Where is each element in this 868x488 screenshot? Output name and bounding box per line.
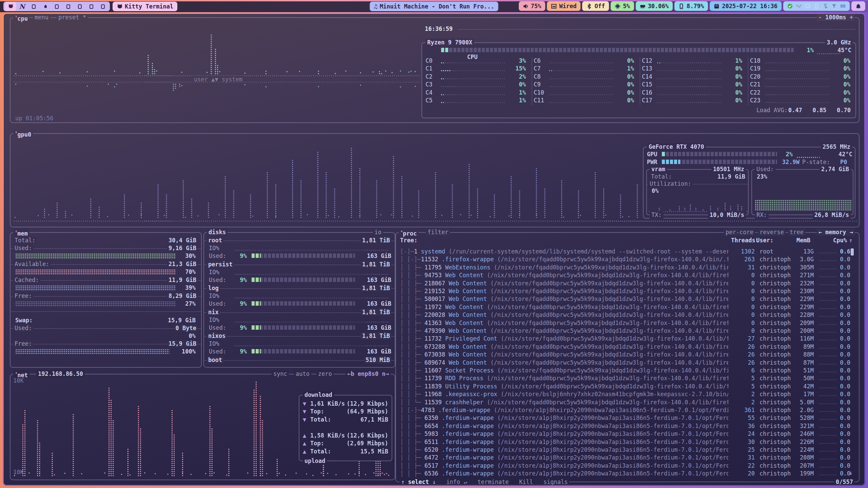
process-row[interactable]: │ │ ├─ 6511 .ferdium-wrappe (/nix/store/… [399, 438, 856, 446]
reverse-button[interactable]: reverse [758, 228, 786, 236]
process-row[interactable]: │ [-]─11532 .firefox-wrappe (/nix/store/… [399, 256, 856, 263]
disk-name: boot [207, 357, 223, 363]
io-mode-button[interactable]: io [373, 228, 383, 236]
net-zero-button[interactable]: zero [316, 370, 334, 378]
process-row[interactable]: │ │ ├─ 11739 RDD Process (/nix/store/fqa… [399, 374, 856, 382]
workspace-button-8[interactable] [85, 2, 97, 11]
process-row[interactable]: │ │ ├─ 5983 .ferdium-wrappe (/nix/store/… [399, 430, 856, 438]
workspace-button-2[interactable]: N [16, 2, 28, 11]
tray-phone-icon[interactable] [814, 3, 819, 9]
process-row[interactable]: │ │ ├─ 41363 Web Content (/nix/store/fqa… [399, 319, 856, 327]
core-meter [766, 78, 830, 79]
process-command: (/nix/store/fqadd0bprwc5yw5k99xajbdqd1dz… [487, 272, 728, 279]
menu-button[interactable]: menu [33, 14, 50, 21]
tree-button[interactable]: tree [788, 228, 805, 236]
device-module[interactable]: 8.79% [674, 1, 708, 11]
process-row[interactable]: │ │ ├─ 673288 Web Content (/nix/store/fq… [399, 343, 856, 351]
process-row[interactable]: │ │ ├─ 673038 Web Content (/nix/store/fq… [399, 351, 856, 359]
tray-wave-icon[interactable] [796, 3, 802, 9]
process-command: (/nix/store/fqadd0bprwc5yw5k99xajbdqd1dz… [487, 375, 728, 382]
process-command: (/nix/store/fqadd0bprwc5yw5k99xajbdqd1dz… [494, 264, 728, 271]
process-row[interactable]: │ │ ├─ 11607 Socket Process (/nix/store/… [399, 367, 856, 374]
music-widget[interactable]: ♫ Minuit Machine - Don't Run Fro... [370, 2, 498, 11]
process-row[interactable]: │ │ ├─ 94753 Web Content (/nix/store/fqa… [399, 271, 856, 279]
workspace-button-5[interactable] [51, 2, 62, 11]
update-interval-control[interactable]: - 1000ms + [817, 14, 855, 21]
tree-prefix: │ │ ├─ [400, 423, 425, 429]
tray-key-icon[interactable] [823, 3, 828, 9]
rate-value: 67,1 MiB [360, 416, 388, 423]
network-module[interactable]: Wired [547, 1, 580, 11]
kitty-terminal-tab[interactable]: Kitty Terminal [113, 2, 177, 11]
volume-module[interactable]: 75% [519, 1, 546, 11]
tray-funnel-icon[interactable] [831, 3, 837, 9]
process-cpu: 0.0 [827, 287, 850, 295]
core-meter [657, 78, 722, 79]
workspace-button-1[interactable] [5, 2, 16, 11]
rate-arrow-icon: ▲ [303, 440, 306, 447]
process-row[interactable]: │ │ ├─ 6472 .ferdium-wrappe (/nix/store/… [399, 454, 856, 462]
process-row[interactable]: │ │ ├─ 6654 .ferdium-wrappe (/nix/store/… [399, 422, 856, 430]
filter-button[interactable]: filter [426, 228, 450, 236]
workspace-button-3[interactable] [28, 2, 39, 11]
process-row[interactable]: │ │ ├─ 580017 Web Content (/nix/store/fq… [399, 295, 856, 303]
process-row[interactable]: │ │ ├─ 219152 Web Content (/nix/store/fq… [399, 287, 856, 295]
process-row[interactable]: │ │ ├─ 6517 .ferdium-wrappe (/nix/store/… [399, 462, 856, 470]
col-memb[interactable]: MemB [787, 237, 810, 244]
process-row[interactable]: │ [-]─4783 .ferdium-wrappe (/nix/store/a… [399, 406, 856, 414]
kill-button[interactable]: Kill [519, 479, 533, 485]
signals-button[interactable]: signals [544, 479, 568, 485]
process-row[interactable]: │ │ ├─ 6520 .ferdium-wrappe (/nix/store/… [399, 446, 856, 454]
process-row[interactable]: │ │ ├─ 11972 Web Content (/nix/store/fqa… [399, 303, 856, 311]
mem-row-value: 21,3 GiB [167, 261, 198, 267]
net-interface-selector[interactable]: ←b enp8s0 n→ [346, 370, 391, 378]
mem-row-label: Free: [13, 292, 33, 299]
process-name: .firefox-wrappe [442, 256, 497, 263]
per-core-button[interactable]: per-core [724, 228, 755, 236]
process-row[interactable]: │ │ ├─ 479390 Web Content (/nix/store/fq… [399, 327, 856, 335]
col-user[interactable]: User: [756, 237, 773, 244]
core-label: C15 [642, 81, 652, 88]
tray-keyboard-icon[interactable] [840, 3, 846, 9]
process-row[interactable]: │ │ ├─ 11968 .keepassxc-prox (/nix/store… [399, 390, 856, 398]
tray-check-icon[interactable] [787, 3, 793, 9]
tray-display-icon[interactable] [805, 3, 810, 9]
process-row[interactable]: │ │ ├─ 11795 WebExtensions (/nix/store/f… [399, 264, 856, 271]
process-cpu: 0.0 [827, 390, 850, 398]
process-cpu: 0.0 [827, 343, 850, 351]
clock-module[interactable]: 2025-07-22 16:36 [710, 1, 782, 11]
process-row[interactable]: │ │ ├─ 11732 Privileged Cont (/nix/store… [399, 335, 856, 343]
sort-column-selector[interactable]: ← memory → [817, 228, 855, 236]
preset-button[interactable]: preset * [57, 14, 88, 21]
memory-module[interactable]: 30.06% [636, 1, 673, 11]
vram-util: 0% [652, 187, 658, 194]
process-row[interactable]: │ │ └─ 11539 crashhelper (/nix/store/fqa… [399, 399, 856, 406]
cat-icon [117, 4, 122, 9]
col-threads[interactable]: Threads: [731, 237, 751, 244]
notifications-bell[interactable] [851, 1, 865, 11]
bluetooth-module[interactable]: Off [582, 1, 609, 11]
workspace-button-4[interactable] [39, 2, 51, 11]
workspace-button-6[interactable] [62, 2, 74, 11]
scrollbar-thumb[interactable] [851, 248, 854, 256]
workspace-button-9[interactable] [97, 2, 108, 11]
disks-panel: disks io root1,81 TiBIO%Used:9%163 GiBpe… [203, 232, 395, 368]
process-row[interactable]: │ │ ├─ 6536 .ferdium-wrappe (/nix/store/… [399, 470, 856, 477]
process-row[interactable]: │ │ ├─ 220028 Web Content (/nix/store/fq… [399, 311, 856, 319]
process-threads: 6 [731, 367, 755, 374]
rate-label: Top: [310, 408, 324, 415]
cpu-module[interactable]: 5% [611, 1, 634, 11]
process-row[interactable]: │ │ ├─ 218067 Web Content (/nix/store/fq… [399, 280, 856, 287]
net-sync-button[interactable]: sync [272, 370, 289, 378]
vram-total-label: Total: [651, 173, 672, 180]
process-row[interactable]: [-]─1 systemd (/run/current-system/syste… [399, 248, 856, 256]
col-cpu[interactable]: Cpu% [827, 237, 847, 244]
process-row[interactable]: │ │ ├─ 11839 Utility Process (/nix/store… [399, 383, 856, 390]
process-row[interactable]: │ │ ├─ 689674 Web Content (/nix/store/fq… [399, 359, 856, 367]
terminate-button[interactable]: terminate [477, 479, 509, 485]
net-auto-button[interactable]: auto [294, 370, 311, 378]
info-button[interactable]: info ↵ [446, 479, 467, 485]
workspace-button-7[interactable] [74, 2, 85, 11]
process-row[interactable]: │ │ ├─ 6350 .ferdium-wrappe (/nix/store/… [399, 414, 856, 422]
select-button[interactable]: select [408, 479, 429, 485]
